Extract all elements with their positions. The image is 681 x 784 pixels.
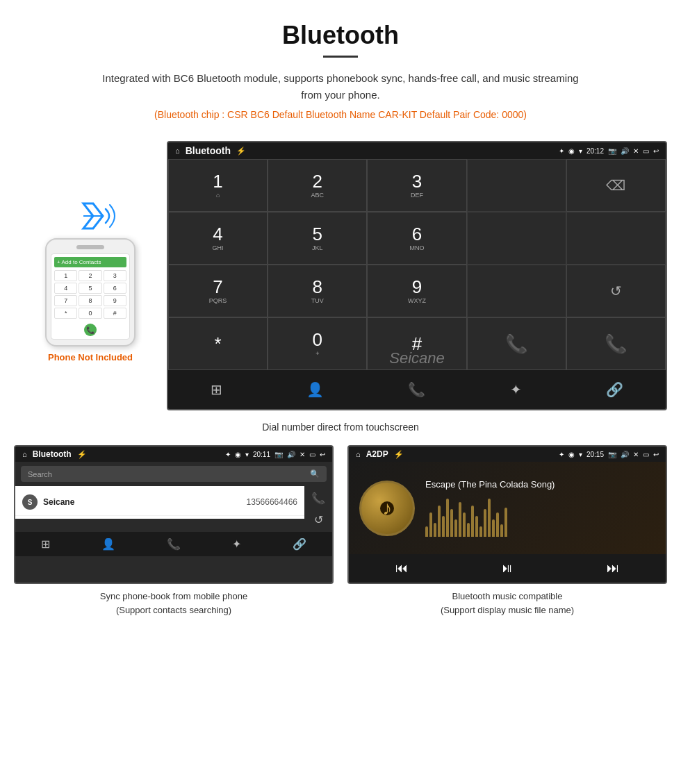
time-display: 20:12 [586, 147, 604, 155]
dial-key-3[interactable]: 3 DEF [367, 159, 466, 212]
search-input[interactable]: Search 🔍 [21, 466, 327, 482]
dial-key-0[interactable]: 0 + [268, 317, 367, 370]
screen-icon: ▭ [643, 147, 649, 155]
nav-phone-icon[interactable]: 📞 [397, 377, 436, 402]
ms-bt-icon: ✦ [559, 451, 564, 458]
dial-key-2[interactable]: 2 ABC [268, 159, 367, 212]
phone-mockup: + Add to Contacts 1 2 3 4 5 6 7 8 9 * 0 … [45, 238, 136, 347]
bluetooth-specs: (Bluetooth chip : CSR BC6 Default Blueto… [14, 109, 667, 120]
phonebook-status-bar: ⌂ Bluetooth ⚡ ✦ ◉ ▾ 20:11 📷 🔊 ✕ ▭ ↩ [15, 447, 332, 462]
contact-list: S Seicane 13566664466 [15, 486, 304, 519]
dial-key-9[interactable]: 9 WXYZ [367, 265, 466, 317]
dial-key-refresh[interactable]: ↺ [566, 265, 666, 317]
ms-loc-icon: ◉ [568, 451, 575, 458]
back-icon: ↩ [653, 147, 659, 155]
pb-back-icon: ↩ [320, 451, 325, 458]
dial-key-call-green[interactable]: 📞 [467, 317, 566, 370]
home-icon: ⌂ [175, 147, 180, 155]
music-content: ♪ Escape (The Pina Colada Song) [349, 462, 666, 554]
pb-title: Bluetooth [33, 449, 72, 459]
search-icon: 🔍 [310, 469, 320, 478]
volume-icon: 🔊 [621, 147, 629, 155]
phone-call-button: 📞 [84, 324, 97, 336]
pb-nav-grid[interactable]: ⊞ [41, 537, 50, 551]
ms-close-icon: ✕ [633, 451, 639, 458]
main-content: + Add to Contacts 1 2 3 4 5 6 7 8 9 * 0 … [0, 141, 681, 617]
music-controls: ⏮ ⏯ ⏭ [349, 554, 666, 583]
music-info: Escape (The Pina Colada Song) [425, 479, 655, 537]
dial-key-star[interactable]: * [168, 317, 268, 370]
phonebook-item: ⌂ Bluetooth ⚡ ✦ ◉ ▾ 20:11 📷 🔊 ✕ ▭ ↩ [14, 445, 334, 617]
prev-button[interactable]: ⏮ [395, 561, 408, 576]
eq-bars [425, 495, 655, 537]
bottom-section: ⌂ Bluetooth ⚡ ✦ ◉ ▾ 20:11 📷 🔊 ✕ ▭ ↩ [14, 445, 667, 617]
pb-signal-icon: ▾ [245, 451, 249, 458]
pb-camera-icon: 📷 [274, 451, 283, 458]
dial-key-4[interactable]: 4 GHI [168, 212, 268, 265]
pb-bt-icon: ✦ [225, 451, 231, 458]
contact-row[interactable]: S Seicane 13566664466 [15, 489, 304, 516]
dial-key-call-red[interactable]: 📞 [566, 317, 666, 370]
usb-icon: ⚡ [236, 147, 246, 156]
dial-key-empty-4 [467, 265, 566, 317]
phone-screen: + Add to Contacts 1 2 3 4 5 6 7 8 9 * 0 … [51, 253, 130, 340]
pb-nav-link[interactable]: 🔗 [293, 537, 306, 551]
ms-usb-icon: ⚡ [394, 450, 404, 459]
search-placeholder: Search [28, 470, 52, 478]
phone-dial-grid: 1 2 3 4 5 6 7 8 9 * 0 # [54, 270, 126, 319]
nav-person-icon[interactable]: 👤 [296, 377, 334, 402]
camera-icon: 📷 [608, 147, 616, 155]
pb-time: 20:11 [253, 451, 270, 458]
dial-key-hash[interactable]: # [367, 317, 466, 370]
contact-name: Seicane [43, 497, 74, 507]
ms-home-icon: ⌂ [356, 450, 361, 458]
phonebook-search-area: Search 🔍 [15, 462, 332, 486]
dial-caption: Dial number direct from touchscreen [262, 422, 419, 433]
phonebook-screen: ⌂ Bluetooth ⚡ ✦ ◉ ▾ 20:11 📷 🔊 ✕ ▭ ↩ [14, 445, 334, 584]
dial-key-1[interactable]: 1 ⌂ [168, 159, 268, 212]
dial-pad: 1 ⌂ 2 ABC 3 DEF ⌫ 4 GHI [168, 159, 666, 370]
title-underline [323, 56, 358, 58]
dial-key-backspace[interactable]: ⌫ [566, 159, 666, 212]
album-art: ♪ [359, 481, 415, 536]
dial-key-5[interactable]: 5 JKL [268, 212, 367, 265]
nav-bluetooth-icon[interactable]: ✦ [500, 377, 532, 402]
nav-grid-icon[interactable]: ⊞ [200, 377, 233, 402]
close-x-icon: ✕ [633, 147, 639, 155]
music-screen: ⌂ A2DP ⚡ ✦ ◉ ▾ 20:15 📷 🔊 ✕ ▭ ↩ [347, 445, 667, 584]
phonebook-right-icons: 📞 ↺ [304, 486, 332, 532]
pb-nav-phone[interactable]: 📞 [167, 537, 181, 551]
dial-screen: Seicane ⌂ Bluetooth ⚡ ✦ ◉ ▾ 20:12 📷 🔊 ✕ … [167, 141, 667, 410]
pb-right-refresh-icon[interactable]: ↺ [309, 510, 328, 529]
status-bar-title: Bluetooth [186, 145, 231, 156]
pb-right-phone-icon[interactable]: 📞 [309, 489, 328, 508]
song-title: Escape (The Pina Colada Song) [425, 479, 655, 490]
dial-key-6[interactable]: 6 MNO [367, 212, 466, 265]
contact-avatar: S [22, 494, 38, 510]
pb-location-icon: ◉ [235, 451, 241, 458]
contact-number: 13566664466 [247, 497, 297, 507]
music-item: ⌂ A2DP ⚡ ✦ ◉ ▾ 20:15 📷 🔊 ✕ ▭ ↩ [347, 445, 667, 617]
dial-key-8[interactable]: 8 TUV [268, 265, 367, 317]
dial-key-empty-3 [566, 212, 666, 265]
pb-nav-bt[interactable]: ✦ [232, 537, 241, 551]
ms-screen-icon: ▭ [643, 451, 649, 458]
dial-status-bar: ⌂ Bluetooth ⚡ ✦ ◉ ▾ 20:12 📷 🔊 ✕ ▭ ↩ [168, 142, 666, 159]
dial-key-empty-1 [467, 159, 566, 212]
signal-icon: ▾ [579, 147, 582, 155]
dial-key-7[interactable]: 7 PQRS [168, 265, 268, 317]
phone-contact-bar: + Add to Contacts [54, 257, 126, 267]
pb-usb-icon: ⚡ [77, 450, 87, 459]
nav-link-icon[interactable]: 🔗 [596, 377, 634, 402]
ms-vol-icon: 🔊 [621, 451, 629, 458]
page-description: Integrated with BC6 Bluetooth module, su… [97, 70, 584, 103]
pb-home-icon: ⌂ [22, 450, 27, 458]
location-icon: ◉ [568, 147, 575, 155]
ms-signal-icon: ▾ [579, 451, 582, 458]
phonebook-caption: Sync phone-book from mobile phone(Suppor… [14, 590, 334, 617]
next-button[interactable]: ⏭ [607, 561, 619, 576]
ms-back-icon: ↩ [653, 451, 659, 458]
pb-nav-person[interactable]: 👤 [101, 537, 115, 551]
ms-title: A2DP [366, 449, 388, 459]
play-pause-button[interactable]: ⏯ [501, 561, 514, 576]
